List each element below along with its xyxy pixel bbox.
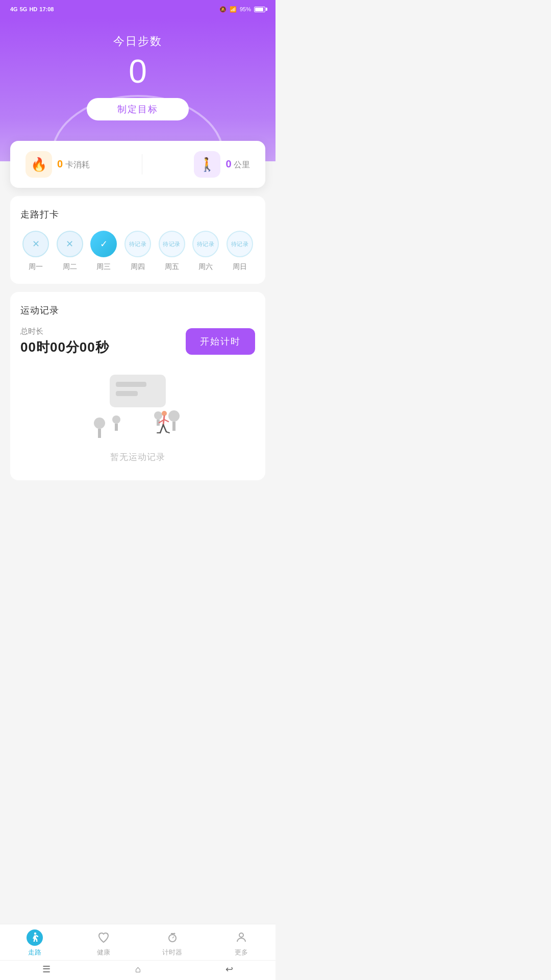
status-bar: 4G 5G HD 17:08 🔕 📶 95%	[0, 0, 276, 18]
checkin-wednesday: ✓ 周三	[88, 231, 119, 272]
checkin-circle-friday: 待记录	[159, 231, 185, 257]
checkin-friday: 待记录 周五	[156, 231, 187, 272]
walk-icon-wrap: 🚶	[194, 151, 220, 178]
thursday-label: 周四	[131, 262, 145, 272]
exercise-title: 运动记录	[20, 304, 255, 316]
distance-stat: 🚶 0 公里	[194, 151, 250, 178]
status-time: 17:08	[39, 6, 54, 12]
sunday-label: 周日	[233, 262, 247, 272]
exercise-card: 运动记录 总时长 00时00分00秒 开始计时	[10, 292, 265, 480]
distance-label: 公里	[234, 160, 250, 169]
status-left: 4G 5G HD 17:08	[10, 6, 54, 12]
svg-line-4	[160, 425, 163, 433]
friday-label: 周五	[165, 262, 179, 272]
exercise-header: 总时长 00时00分00秒 开始计时	[20, 327, 255, 356]
fire-icon-wrap: 🔥	[26, 151, 52, 178]
empty-illustration	[87, 375, 189, 446]
distance-value: 0	[226, 158, 231, 169]
hero-title: 今日步数	[113, 34, 162, 49]
svg-line-3	[164, 420, 168, 422]
calories-info: 0 卡消耗	[57, 158, 90, 170]
checkin-circle-thursday: 待记录	[124, 231, 151, 257]
calories-label: 卡消耗	[65, 160, 90, 169]
duration-value: 00时00分00秒	[20, 338, 109, 356]
monday-label: 周一	[29, 262, 43, 272]
start-timer-button[interactable]: 开始计时	[186, 328, 255, 355]
checkin-circle-tuesday: ✕	[57, 231, 83, 257]
calories-stat: 🔥 0 卡消耗	[26, 151, 90, 178]
hero-section: 今日步数 0 制定目标	[0, 18, 276, 161]
walk-icon: 🚶	[199, 157, 215, 173]
saturday-label: 周六	[198, 262, 213, 272]
hero-steps: 0	[129, 55, 147, 88]
status-right: 🔕 📶 95%	[219, 6, 265, 13]
stat-divider	[142, 154, 142, 175]
tuesday-label: 周二	[63, 262, 77, 272]
checkin-tuesday: ✕ 周二	[55, 231, 86, 272]
bell-icon: 🔕	[219, 6, 227, 13]
checkin-sunday: 待记录 周日	[224, 231, 255, 272]
card-placeholder	[110, 375, 166, 407]
fire-icon: 🔥	[31, 157, 47, 173]
empty-text: 暂无运动记录	[110, 451, 165, 463]
svg-line-7	[166, 432, 169, 433]
signal-4g: 4G	[10, 6, 18, 12]
checkin-circle-saturday: 待记录	[192, 231, 219, 257]
checkin-thursday: 待记录 周四	[122, 231, 154, 272]
wifi-icon: 📶	[230, 6, 237, 13]
exercise-duration-block: 总时长 00时00分00秒	[20, 327, 109, 356]
stats-card: 🔥 0 卡消耗 🚶 0 公里	[10, 141, 265, 188]
duration-label: 总时长	[20, 327, 109, 336]
checkin-monday: ✕ 周一	[20, 231, 52, 272]
tree-left-1	[94, 418, 105, 438]
checkin-circle-monday: ✕	[22, 231, 49, 257]
calories-value: 0	[57, 158, 63, 169]
checkin-saturday: 待记录 周六	[190, 231, 221, 272]
svg-line-5	[163, 425, 166, 432]
checkin-card: 走路打卡 ✕ 周一 ✕ 周二 ✓ 周三 待记录 周四 待记录 周五	[10, 196, 265, 284]
signal-hd: HD	[29, 6, 37, 12]
checkin-title: 走路打卡	[20, 208, 255, 220]
walking-figure-icon	[155, 410, 170, 439]
battery-percent: 95%	[240, 6, 251, 12]
checkin-row: ✕ 周一 ✕ 周二 ✓ 周三 待记录 周四 待记录 周五 待记录 周六	[20, 231, 255, 272]
empty-state: 暂无运动记录	[20, 359, 255, 468]
distance-info: 0 公里	[226, 158, 250, 170]
wednesday-label: 周三	[96, 262, 111, 272]
set-goal-button[interactable]: 制定目标	[87, 98, 189, 120]
signal-5g: 5G	[20, 6, 28, 12]
checkin-circle-sunday: 待记录	[227, 231, 253, 257]
checkin-circle-wednesday: ✓	[90, 231, 117, 257]
battery-icon	[254, 7, 265, 12]
tree-left-2	[112, 415, 120, 431]
